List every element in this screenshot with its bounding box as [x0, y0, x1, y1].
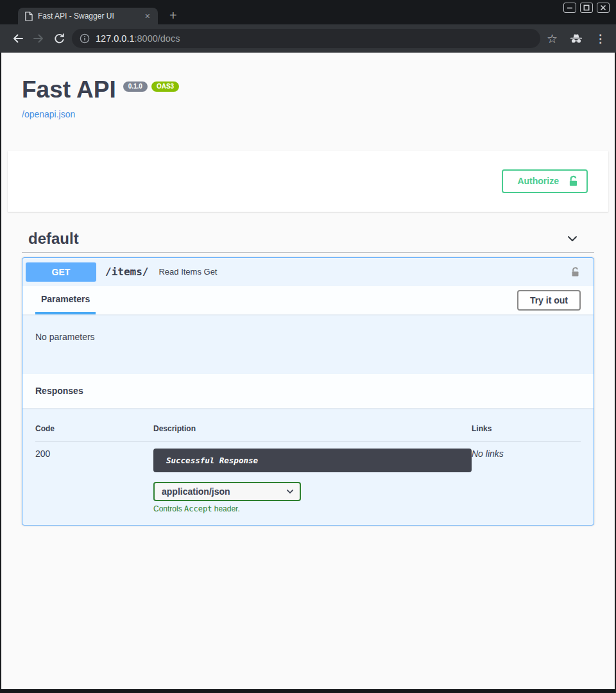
- page-favicon-icon: [24, 12, 33, 21]
- tab-title: Fast API - Swagger UI: [38, 12, 139, 21]
- forward-icon[interactable]: [28, 32, 49, 45]
- method-badge: GET: [26, 262, 96, 282]
- reload-icon[interactable]: [49, 33, 69, 45]
- operations-container: default GET /items/ Read Items Get Param…: [22, 226, 594, 526]
- opblock-get-items: GET /items/ Read Items Get Parameters Tr…: [22, 257, 594, 526]
- unlocked-padlock-icon: [568, 175, 579, 187]
- back-icon[interactable]: [8, 32, 28, 45]
- api-title: Fast API 0.1.0 OAS3: [22, 77, 594, 103]
- url-text[interactable]: 127.0.0.1:8000/docs: [96, 33, 180, 44]
- try-it-out-button[interactable]: Try it out: [517, 290, 581, 311]
- column-description: Description: [153, 424, 472, 433]
- authorize-label: Authorize: [517, 176, 559, 186]
- maximize-button[interactable]: [580, 3, 593, 13]
- oas-badge: OAS3: [151, 81, 179, 92]
- incognito-icon: [569, 33, 583, 44]
- bookmark-star-icon[interactable]: ☆: [547, 33, 558, 45]
- accept-note-suffix: header.: [212, 504, 239, 513]
- window-controls: [563, 3, 610, 13]
- select-chevron-icon: [286, 487, 295, 496]
- close-button[interactable]: [597, 3, 610, 13]
- minimize-button[interactable]: [563, 3, 576, 13]
- responses-table-head: Code Description Links: [35, 424, 581, 441]
- response-code: 200: [35, 449, 153, 513]
- version-badge: 0.1.0: [123, 81, 148, 92]
- column-code: Code: [35, 424, 153, 433]
- url-path: :8000/docs: [134, 33, 180, 44]
- parameters-title: Parameters: [41, 294, 90, 304]
- tab-parameters[interactable]: Parameters: [35, 286, 96, 314]
- page-content: Fast API 0.1.0 OAS3 /openapi.json Author…: [1, 53, 615, 689]
- tag-section-default[interactable]: default: [22, 226, 594, 253]
- responses-title: Responses: [35, 386, 83, 396]
- openapi-spec-link[interactable]: /openapi.json: [22, 109, 75, 119]
- api-info-section: Fast API 0.1.0 OAS3 /openapi.json: [1, 53, 615, 120]
- browser-toolbar: 127.0.0.1:8000/docs ☆ ⋮: [0, 24, 616, 53]
- media-type-value: application/json: [162, 486, 286, 497]
- browser-titlebar: Fast API - Swagger UI × +: [0, 0, 616, 24]
- api-badges: 0.1.0 OAS3: [123, 81, 179, 92]
- url-host: 127.0.0.1: [96, 33, 134, 44]
- tag-name: default: [28, 230, 566, 248]
- scheme-container: Authorize: [8, 151, 608, 212]
- response-row-200: 200 Successful Response application/json…: [35, 441, 581, 513]
- responses-header: Responses: [22, 374, 594, 408]
- accept-note-code: Accept: [184, 504, 212, 513]
- address-bar[interactable]: 127.0.0.1:8000/docs: [72, 29, 540, 48]
- api-title-text: Fast API: [22, 77, 116, 103]
- response-links: No links: [472, 449, 581, 513]
- no-parameters-message: No parameters: [22, 314, 594, 374]
- browser-menu-icon[interactable]: ⋮: [595, 33, 606, 44]
- accept-header-note: Controls Accept header.: [153, 504, 472, 513]
- operation-description: Read Items Get: [158, 267, 217, 277]
- accept-note-prefix: Controls: [153, 504, 184, 513]
- tab-close-icon[interactable]: ×: [144, 12, 151, 21]
- new-tab-button[interactable]: +: [169, 8, 177, 22]
- chevron-down-icon[interactable]: [566, 232, 579, 245]
- operation-path: /items/: [105, 266, 148, 278]
- toolbar-actions: ☆ ⋮: [547, 33, 608, 45]
- responses-table: Code Description Links 200 Successful Re…: [22, 408, 594, 525]
- parameters-header: Parameters Try it out: [22, 286, 594, 314]
- authorize-button[interactable]: Authorize: [502, 169, 588, 193]
- response-description-cell: Successful Response application/json Con…: [153, 449, 472, 513]
- media-type-select[interactable]: application/json: [153, 482, 301, 501]
- response-description: Successful Response: [153, 449, 472, 472]
- column-links: Links: [472, 424, 581, 433]
- operation-summary[interactable]: GET /items/ Read Items Get: [22, 258, 594, 286]
- browser-tab[interactable]: Fast API - Swagger UI ×: [18, 8, 158, 24]
- security-lock-icon[interactable]: [570, 266, 580, 278]
- site-info-icon[interactable]: [80, 33, 90, 44]
